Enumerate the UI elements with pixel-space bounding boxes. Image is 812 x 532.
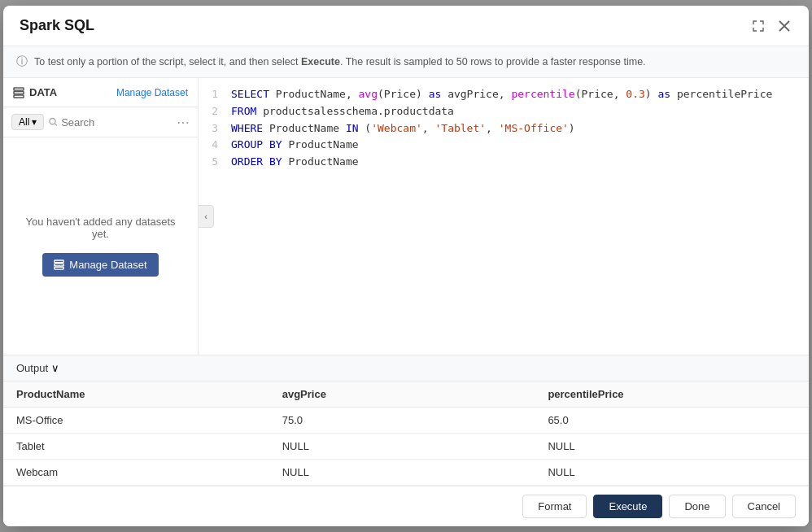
code-line-4: 4 GROUP BY ProductName xyxy=(199,137,809,154)
sidebar: DATA Manage Dataset All ▾ ⋯ xyxy=(3,78,199,355)
format-button[interactable]: Format xyxy=(522,495,587,518)
manage-dataset-link[interactable]: Manage Dataset xyxy=(116,87,188,98)
header-actions xyxy=(750,18,792,34)
search-input-wrap xyxy=(49,116,172,129)
cell-percentileprice: 65.0 xyxy=(535,408,809,434)
more-options-icon[interactable]: ⋯ xyxy=(177,115,190,130)
svg-rect-0 xyxy=(14,88,24,90)
expand-button[interactable] xyxy=(750,18,766,34)
info-icon: ⓘ xyxy=(16,55,28,69)
output-table: ProductName avgPrice percentilePrice MS-… xyxy=(3,382,809,486)
code-line-1: 1 SELECT ProductName, avg(Price) as avgP… xyxy=(199,86,809,103)
sidebar-empty: You haven't added any datasets yet. Mana… xyxy=(3,137,198,355)
table-header-row: ProductName avgPrice percentilePrice xyxy=(3,382,809,408)
code-line-5: 5 ORDER BY ProductName xyxy=(199,154,809,171)
info-bar: ⓘ To test only a portion of the script, … xyxy=(3,46,809,78)
cell-productname: MS-Office xyxy=(3,408,269,434)
svg-rect-5 xyxy=(55,264,63,266)
code-line-2: 2 FROM productsalesschema.productdata xyxy=(199,103,809,120)
empty-message: You haven't added any datasets yet. xyxy=(20,216,181,240)
spark-sql-modal: Spark SQL ⓘ To test only a portion of th… xyxy=(3,6,809,526)
code-line-3: 3 WHERE ProductName IN ('Webcam', 'Table… xyxy=(199,120,809,137)
modal-title: Spark SQL xyxy=(20,17,94,34)
filter-dropdown[interactable]: All ▾ xyxy=(11,114,44,130)
chevron-down-icon: ▾ xyxy=(32,116,37,128)
svg-rect-4 xyxy=(55,260,63,263)
output-chevron-icon: ∨ xyxy=(51,362,59,374)
cell-avgprice: NULL xyxy=(269,434,535,460)
execute-button[interactable]: Execute xyxy=(593,495,662,518)
table-row: Tablet NULL NULL xyxy=(3,434,809,460)
cell-avgprice: NULL xyxy=(269,460,535,486)
data-icon xyxy=(13,87,24,98)
dataset-btn-icon xyxy=(54,259,64,270)
svg-rect-2 xyxy=(14,95,24,98)
col-header-percentileprice: percentilePrice xyxy=(535,382,809,408)
search-icon xyxy=(49,117,58,127)
output-header[interactable]: Output ∨ xyxy=(3,355,809,382)
cell-productname: Webcam xyxy=(3,460,269,486)
info-text: To test only a portion of the script, se… xyxy=(34,56,646,68)
cancel-button[interactable]: Cancel xyxy=(732,495,796,518)
cell-avgprice: 75.0 xyxy=(269,408,535,434)
cell-percentileprice: NULL xyxy=(535,434,809,460)
sidebar-header: DATA Manage Dataset xyxy=(3,78,198,107)
col-header-avgprice: avgPrice xyxy=(269,382,535,408)
search-bar: All ▾ ⋯ xyxy=(3,107,198,137)
table-row: MS-Office 75.0 65.0 xyxy=(3,408,809,434)
close-button[interactable] xyxy=(776,18,792,34)
manage-dataset-button[interactable]: Manage Dataset xyxy=(42,253,158,277)
cell-percentileprice: NULL xyxy=(535,460,809,486)
table-row: Webcam NULL NULL xyxy=(3,460,809,486)
col-header-productname: ProductName xyxy=(3,382,269,408)
svg-rect-1 xyxy=(14,91,24,94)
search-input[interactable] xyxy=(61,116,172,129)
code-editor[interactable]: 1 SELECT ProductName, avg(Price) as avgP… xyxy=(199,78,809,355)
output-title: Output xyxy=(16,362,48,374)
output-section: Output ∨ ProductName avgPrice percentile… xyxy=(3,355,809,486)
sidebar-title: DATA xyxy=(13,86,57,98)
modal-footer: Format Execute Done Cancel xyxy=(3,486,809,526)
editor-area: 1 SELECT ProductName, avg(Price) as avgP… xyxy=(199,78,809,355)
modal-header: Spark SQL xyxy=(3,6,809,46)
svg-rect-6 xyxy=(55,267,63,269)
done-button[interactable]: Done xyxy=(669,495,725,518)
cell-productname: Tablet xyxy=(3,434,269,460)
svg-point-3 xyxy=(50,118,55,124)
collapse-sidebar-button[interactable]: ‹ xyxy=(199,205,214,228)
main-content: DATA Manage Dataset All ▾ ⋯ xyxy=(3,78,809,355)
